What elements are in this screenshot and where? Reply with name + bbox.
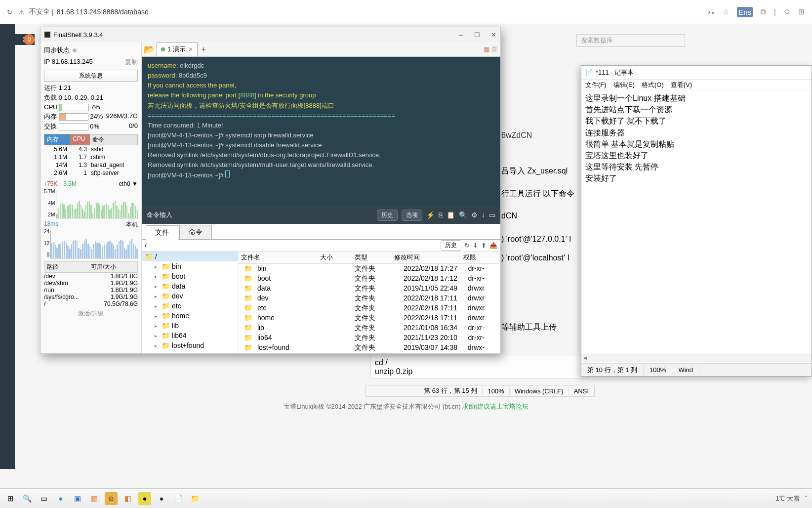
interface-dropdown[interactable]: eth0 ▼	[119, 180, 138, 187]
file-row[interactable]: 📁 lib64文件夹2021/11/23 20:10dr-xr-	[238, 333, 500, 343]
tree-item[interactable]: ▸📁lib	[142, 321, 238, 331]
file-row[interactable]: 📁 lib文件夹2021/01/08 16:34dr-xr-	[238, 323, 500, 333]
disk-row[interactable]: /dev1.8G/1.8G	[44, 273, 138, 280]
store-icon[interactable]: ▣	[71, 492, 84, 505]
file-list-header[interactable]: 文件名 大小 类型 修改时间 权限	[238, 252, 500, 264]
tree-item[interactable]: ▸📁dev	[142, 291, 238, 301]
tree-item[interactable]: ▸📁data	[142, 281, 238, 291]
proc-row[interactable]: 1.1M1.7rshim	[44, 153, 138, 161]
settings-icon[interactable]: ⚙	[471, 211, 478, 219]
history-button[interactable]: 历史	[377, 210, 398, 221]
paste-icon[interactable]: 📋	[447, 211, 455, 219]
search-input[interactable]: 搜索数据库	[576, 34, 685, 47]
disk-row[interactable]: /run1.8G/1.9G	[44, 287, 138, 294]
footer-help[interactable]: 求助	[462, 403, 475, 410]
tree-item[interactable]: ▸📁lost+found	[142, 340, 238, 350]
extension-icon[interactable]: ⧉	[761, 7, 766, 16]
proc-header[interactable]: 内存CPU命令	[44, 134, 138, 145]
weather[interactable]: 1℃ 大雪	[775, 494, 800, 503]
file-row[interactable]: 📁 home文件夹2022/02/18 17:11drwxr	[238, 313, 500, 323]
bolt-icon[interactable]: ⚡	[426, 211, 435, 219]
tab-session[interactable]: 1 演示✕	[157, 42, 198, 56]
copy-icon[interactable]: ⎘	[439, 211, 443, 219]
explorer-icon[interactable]: 📁	[189, 492, 202, 505]
options-button[interactable]: 选项	[402, 210, 422, 221]
tree-item[interactable]: ▸📁boot	[142, 271, 238, 281]
file-row[interactable]: 📁 media文件夹2018/04/11 12:59drwxr	[238, 353, 500, 353]
open-icon[interactable]: 📂	[142, 44, 157, 55]
current-path[interactable]: /	[145, 242, 441, 249]
menu-file[interactable]: 文件(F)	[585, 81, 607, 89]
proc-row[interactable]: 14M1.3barad_agent	[44, 161, 138, 169]
chrome-icon[interactable]: ●	[54, 492, 67, 505]
copy-button[interactable]: 复制	[125, 58, 138, 67]
translate-badge[interactable]: Ens	[737, 7, 753, 17]
star-icon[interactable]: ☆	[723, 7, 729, 16]
bg-text: 行工具运行 以下命令	[501, 189, 574, 199]
minimize-icon[interactable]: ─	[459, 31, 463, 39]
tab-commands[interactable]: 命令	[179, 225, 212, 239]
tree-item[interactable]: ▸📁home	[142, 311, 238, 321]
tray-chevron-icon[interactable]: ˄	[805, 495, 808, 502]
app-icon[interactable]: ▦	[88, 492, 101, 505]
menu-view[interactable]: 查看(V)	[671, 81, 692, 89]
upload-icon[interactable]: ⬆	[481, 242, 487, 249]
url[interactable]: 81.68.113.245:8888/database	[57, 8, 149, 16]
proc-row[interactable]: 2.6M1sftp-server	[44, 169, 138, 177]
menu-edit[interactable]: 编辑(E)	[613, 81, 635, 89]
notepad-content[interactable]: 这里录制一个Linux 搭建基础 首先进站点下载一个资源 我下载好了 就不下载了…	[581, 90, 812, 186]
tree-root[interactable]: 📁/	[142, 252, 238, 261]
refresh-icon[interactable]: ↻	[464, 242, 470, 249]
history-button[interactable]: 历史	[441, 240, 461, 251]
search-icon[interactable]: 🔍	[21, 492, 34, 505]
file-row[interactable]: 📁 etc文件夹2022/02/18 17:11drwxr	[238, 303, 500, 313]
notepad-icon[interactable]: 📄	[172, 492, 185, 505]
taskbar: ⊞ 🔍 ▭ ● ▣ ▦ ☺ ◧ ● ● 📄 📁 1℃ 大雪 ˄	[0, 488, 812, 508]
sync-dot-icon	[73, 48, 77, 52]
collections-icon[interactable]: ⊞	[798, 7, 805, 16]
footer-forum[interactable]: 建议请上宝塔论坛	[477, 403, 528, 410]
app-icon[interactable]: ◧	[122, 492, 134, 505]
app-icon[interactable]: ●	[138, 492, 151, 505]
tree-item[interactable]: ▸📁lib64	[142, 331, 238, 340]
sidebar-count[interactable]: 0	[24, 34, 35, 45]
download-icon[interactable]: ↓	[482, 211, 485, 219]
sysinfo-button[interactable]: 系统信息	[44, 70, 138, 82]
taskview-icon[interactable]: ▭	[38, 492, 50, 505]
reload-icon[interactable]: ↻	[2, 5, 16, 19]
find-icon[interactable]: 🔍	[459, 211, 467, 219]
tree-item[interactable]: ▸📁bin	[142, 261, 238, 271]
new-tab-button[interactable]: +	[198, 45, 209, 54]
start-icon[interactable]: ⊞	[4, 492, 17, 505]
file-row[interactable]: 📁 dev文件夹2022/02/18 17:11drwxr	[238, 294, 500, 303]
fav-icon[interactable]: ✩	[784, 7, 790, 16]
file-row[interactable]: 📁 lost+found文件夹2019/03/07 14:38drwx-	[238, 343, 500, 353]
menu-format[interactable]: 格式(O)	[642, 81, 664, 89]
download-icon[interactable]: ⬇	[473, 242, 478, 249]
fullscreen-icon[interactable]: ▭	[489, 211, 495, 219]
titlebar[interactable]: FinalShell 3.9.3.4 ─ ☐ ✕	[41, 27, 500, 42]
file-row[interactable]: 📁 bin文件夹2022/02/18 17:27dr-xr-	[238, 264, 500, 274]
list-icon[interactable]: ☰	[491, 45, 497, 53]
close-icon[interactable]: ✕	[491, 31, 496, 39]
bg-code: cd / unzip 0.zip	[370, 356, 588, 379]
disk-row[interactable]: /sys/fs/cgro...1.9G/1.9G	[44, 294, 138, 300]
command-input[interactable]: 命令输入	[147, 211, 373, 219]
file-row[interactable]: 📁 data文件夹2019/11/05 22:49drwxr	[238, 284, 500, 294]
maximize-icon[interactable]: ☐	[474, 31, 480, 39]
app-icon[interactable]: ☺	[105, 492, 118, 505]
proc-row[interactable]: 5.6M4.3sshd	[44, 145, 138, 153]
tab-files[interactable]: 文件	[146, 225, 178, 240]
grid-icon[interactable]: ▦	[484, 45, 489, 53]
disk-row[interactable]: /dev/shm1.9G/1.9G	[44, 280, 138, 287]
key-icon[interactable]: 🗝	[707, 8, 715, 16]
terminal[interactable]: username: elkdrgdc password: 8b0dd5c9 If…	[142, 57, 500, 206]
tab-close-icon[interactable]: ✕	[188, 46, 193, 53]
tree-item[interactable]: ▸📁etc	[142, 301, 238, 311]
upload-folder-icon[interactable]: 📤	[489, 242, 497, 249]
notepad-hscroll[interactable]: ◄	[581, 354, 812, 362]
app-icon[interactable]: ●	[155, 492, 168, 505]
disk-row[interactable]: /70.5G/78.6G	[44, 300, 138, 307]
upgrade-link[interactable]: 激活/升级	[44, 307, 138, 320]
file-row[interactable]: 📁 boot文件夹2022/02/18 17:12dr-xr-	[238, 274, 500, 284]
